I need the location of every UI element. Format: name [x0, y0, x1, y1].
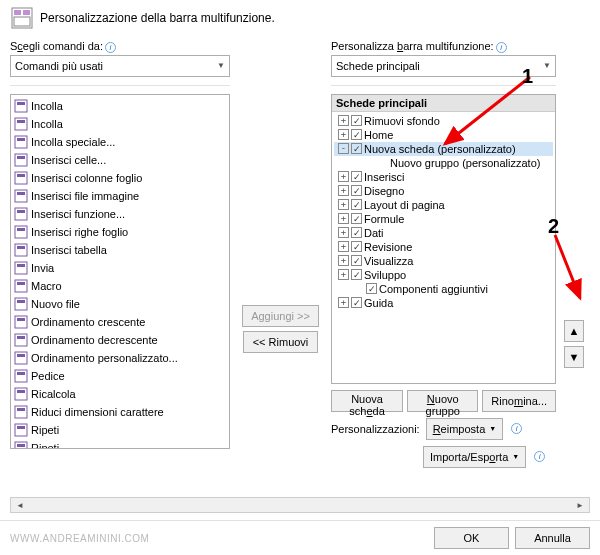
svg-rect-23 — [17, 264, 25, 267]
tree-item[interactable]: +Formule — [334, 212, 553, 226]
svg-rect-33 — [17, 354, 25, 357]
expand-toggle-icon[interactable]: + — [338, 199, 349, 210]
list-item[interactable]: Pedice — [13, 367, 227, 385]
list-item-label: Nuovo file — [31, 298, 80, 310]
list-item[interactable]: Ordinamento personalizzato... — [13, 349, 227, 367]
tree-item[interactable]: +Disegno — [334, 184, 553, 198]
new-group-button[interactable]: Nuovo gruppo — [407, 390, 478, 412]
ok-button[interactable]: OK — [434, 527, 509, 549]
command-icon — [13, 404, 29, 420]
expand-toggle-icon[interactable]: + — [338, 269, 349, 280]
list-item[interactable]: Ricalcola — [13, 385, 227, 403]
add-button[interactable]: Aggiungi >> — [242, 305, 319, 327]
scroll-right-icon[interactable]: ► — [573, 498, 587, 512]
tree-item[interactable]: Nuovo gruppo (personalizzato) — [334, 156, 553, 170]
command-icon — [13, 368, 29, 384]
checkbox[interactable] — [351, 129, 362, 140]
list-item[interactable]: Invia — [13, 259, 227, 277]
expand-toggle-icon[interactable]: + — [338, 255, 349, 266]
tree-item[interactable]: +Sviluppo — [334, 268, 553, 282]
cancel-button[interactable]: Annulla — [515, 527, 590, 549]
expand-toggle-icon[interactable]: + — [338, 171, 349, 182]
tree-item-label: Sviluppo — [364, 269, 406, 281]
ribbon-tree[interactable]: Schede principali +Rimuovi sfondo+Home-N… — [331, 94, 556, 384]
list-item[interactable]: Inserisci file immagine — [13, 187, 227, 205]
list-item[interactable]: Inserisci righe foglio — [13, 223, 227, 241]
horizontal-scrollbar[interactable]: ◄ ► — [10, 497, 590, 513]
expand-toggle-icon[interactable]: + — [338, 241, 349, 252]
scroll-left-icon[interactable]: ◄ — [13, 498, 27, 512]
svg-rect-30 — [15, 334, 27, 346]
list-item-label: Ordinamento decrescente — [31, 334, 158, 346]
list-item[interactable]: Incolla — [13, 97, 227, 115]
reset-dropdown-button[interactable]: Reimposta▼ — [426, 418, 504, 440]
info-icon[interactable]: i — [511, 423, 522, 434]
list-item[interactable]: Riduci dimensioni carattere — [13, 403, 227, 421]
tree-item[interactable]: +Visualizza — [334, 254, 553, 268]
svg-rect-36 — [15, 388, 27, 400]
list-item[interactable]: Incolla speciale... — [13, 133, 227, 151]
chevron-down-icon: ▼ — [512, 453, 519, 460]
tab-buttons-row: Nuova scheda Nuovo gruppo Rinomina... — [331, 390, 556, 412]
list-item[interactable]: Inserisci colonne foglio — [13, 169, 227, 187]
list-item[interactable]: Incolla — [13, 115, 227, 133]
info-icon[interactable]: i — [105, 42, 116, 53]
move-up-button[interactable]: ▲ — [564, 320, 584, 342]
checkbox[interactable] — [351, 185, 362, 196]
expand-toggle-icon[interactable]: + — [338, 213, 349, 224]
checkbox[interactable] — [351, 269, 362, 280]
svg-rect-15 — [17, 192, 25, 195]
list-item-label: Ripeti — [31, 442, 59, 448]
import-export-dropdown-button[interactable]: Importa/Esporta▼ — [423, 446, 526, 468]
info-icon[interactable]: i — [534, 451, 545, 462]
commands-column: Scegli comandi da:i Comandi più usati ▼ … — [10, 40, 230, 468]
checkbox[interactable] — [351, 241, 362, 252]
tree-item[interactable]: Componenti aggiuntivi — [334, 282, 553, 296]
list-item[interactable]: Nuovo file — [13, 295, 227, 313]
tree-item[interactable]: +Inserisci — [334, 170, 553, 184]
tree-item[interactable]: +Revisione — [334, 240, 553, 254]
expand-toggle-icon[interactable]: + — [338, 227, 349, 238]
checkbox[interactable] — [351, 213, 362, 224]
checkbox[interactable] — [351, 199, 362, 210]
checkbox[interactable] — [351, 115, 362, 126]
rename-button[interactable]: Rinomina... — [482, 390, 556, 412]
commands-listbox[interactable]: IncollaIncollaIncolla speciale...Inseris… — [10, 94, 230, 449]
expand-toggle-icon[interactable]: + — [338, 129, 349, 140]
tree-item-label: Inserisci — [364, 171, 404, 183]
tree-item[interactable]: -Nuova scheda (personalizzato) — [334, 142, 553, 156]
checkbox[interactable] — [366, 283, 377, 294]
tree-item[interactable]: +Home — [334, 128, 553, 142]
tree-item[interactable]: +Layout di pagina — [334, 198, 553, 212]
svg-rect-19 — [17, 228, 25, 231]
tree-item[interactable]: +Guida — [334, 296, 553, 310]
choose-commands-dropdown[interactable]: Comandi più usati ▼ — [10, 55, 230, 77]
list-item[interactable]: Inserisci celle... — [13, 151, 227, 169]
move-down-button[interactable]: ▼ — [564, 346, 584, 368]
checkbox[interactable] — [351, 227, 362, 238]
list-item[interactable]: Inserisci funzione... — [13, 205, 227, 223]
list-item[interactable]: Ordinamento crescente — [13, 313, 227, 331]
expand-toggle-icon[interactable]: + — [338, 115, 349, 126]
checkbox[interactable] — [351, 143, 362, 154]
list-item[interactable]: Inserisci tabella — [13, 241, 227, 259]
info-icon[interactable]: i — [496, 42, 507, 53]
choose-commands-label: Scegli comandi da:i — [10, 40, 230, 53]
svg-rect-34 — [15, 370, 27, 382]
tree-item-label: Componenti aggiuntivi — [379, 283, 488, 295]
expand-toggle-icon[interactable]: - — [338, 143, 349, 154]
list-item[interactable]: Ripeti — [13, 421, 227, 439]
checkbox[interactable] — [351, 171, 362, 182]
list-item[interactable]: Ripeti — [13, 439, 227, 448]
new-tab-button[interactable]: Nuova scheda — [331, 390, 403, 412]
list-item[interactable]: Macro — [13, 277, 227, 295]
checkbox[interactable] — [351, 297, 362, 308]
list-item-label: Ordinamento personalizzato... — [31, 352, 178, 364]
remove-button[interactable]: << Rimuovi — [243, 331, 318, 353]
expand-toggle-icon[interactable]: + — [338, 185, 349, 196]
checkbox[interactable] — [351, 255, 362, 266]
tree-item[interactable]: +Dati — [334, 226, 553, 240]
expand-toggle-icon[interactable]: + — [338, 297, 349, 308]
tree-item[interactable]: +Rimuovi sfondo — [334, 114, 553, 128]
list-item[interactable]: Ordinamento decrescente — [13, 331, 227, 349]
